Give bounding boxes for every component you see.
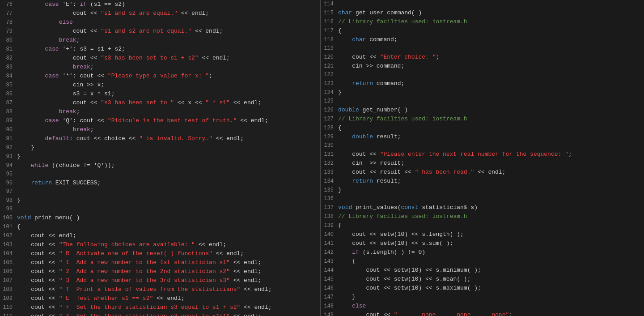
line-content: cout << "The following choices are avail… xyxy=(17,240,320,249)
code-line: 96 return EXIT_SUCCESS; xyxy=(0,179,320,188)
line-number: 111 xyxy=(0,312,17,316)
line-content: void print_menu( ) xyxy=(17,214,320,222)
line-content: void print_values(const statistician& s) xyxy=(338,203,644,212)
line-number: 110 xyxy=(0,303,17,312)
code-line: 86 s3 = x * s1; xyxy=(0,90,320,98)
line-content: { xyxy=(338,26,644,35)
line-content: // Library facilties used: iostream.h xyxy=(338,115,644,123)
line-number: 102 xyxy=(0,232,17,240)
code-line: 100void print_menu( ) xyxy=(0,214,320,222)
line-content: case 'Q': cout << "Ridicule is the best … xyxy=(17,116,320,125)
line-content: cout << "s1 and s2 are not equal." << en… xyxy=(17,27,320,35)
line-content: cout << "s3 has been set to " << x << " … xyxy=(17,98,320,107)
code-line: 111 cout << " * Set the third statistici… xyxy=(0,312,320,316)
line-content: while ((choice != 'Q')); xyxy=(17,161,320,170)
line-content: cout << endl; xyxy=(17,231,320,240)
line-content: double result; xyxy=(338,132,644,141)
line-number: 95 xyxy=(0,170,17,179)
line-number: 92 xyxy=(0,144,17,152)
code-line: 95 xyxy=(0,170,320,179)
code-line: 127// Library facilties used: iostream.h xyxy=(321,115,644,124)
line-content: { xyxy=(17,222,320,231)
code-line: 104 cout << " R Activate one of the rese… xyxy=(0,249,320,258)
code-line: 107 cout << " 3 Add a new number to the … xyxy=(0,276,320,285)
code-line: 85 cin >> x; xyxy=(0,81,320,90)
line-content: return EXIT_SUCCESS; xyxy=(17,179,320,187)
code-line: 144 cout << setw(10) << s.minimum( ); xyxy=(321,266,644,275)
code-line: 122 xyxy=(321,71,644,79)
line-number: 83 xyxy=(0,63,17,72)
line-content: break; xyxy=(17,107,320,116)
code-line: 121 cin >> command; xyxy=(321,62,644,71)
code-line: 88 break; xyxy=(0,107,320,116)
line-content: char get_user_command( ) xyxy=(338,9,644,17)
line-number: 88 xyxy=(0,108,17,116)
right-code-pane: 114115char get_user_command( )116// Libr… xyxy=(321,0,644,316)
line-number: 116 xyxy=(321,18,338,26)
code-line: 89 case 'Q': cout << "Ridicule is the be… xyxy=(0,116,320,125)
line-number: 114 xyxy=(321,0,338,9)
line-number: 117 xyxy=(321,27,338,35)
code-line: 114 xyxy=(321,0,644,9)
code-line: 145 cout << setw(10) << s.mean( ); xyxy=(321,275,644,284)
code-line: 78 else xyxy=(0,18,320,27)
left-code-container[interactable]: 76 case 'E': if (s1 == s2)77 cout << "s1… xyxy=(0,0,320,316)
line-number: 121 xyxy=(321,62,338,71)
line-content: return result; xyxy=(338,177,644,185)
code-line: 148 else xyxy=(321,302,644,311)
code-line: 108 cout << " T Print a table of values … xyxy=(0,285,320,294)
code-line: 123 return command; xyxy=(321,79,644,88)
line-content: cout << " R Activate one of the reset( )… xyxy=(17,249,320,258)
line-number: 135 xyxy=(321,186,338,195)
line-content: if (s.length( ) != 0) xyxy=(338,248,644,256)
line-number: 136 xyxy=(321,195,338,203)
code-line: 101{ xyxy=(0,222,320,231)
line-number: 80 xyxy=(0,36,17,45)
code-line: 146 cout << setw(10) << s.maximum( ); xyxy=(321,284,644,293)
code-line: 119 xyxy=(321,44,644,53)
left-code-pane: 76 case 'E': if (s1 == s2)77 cout << "s1… xyxy=(0,0,321,316)
code-line: 103 cout << "The following choices are a… xyxy=(0,240,320,249)
line-content: } xyxy=(338,88,644,97)
line-number: 87 xyxy=(0,99,17,107)
code-line: 99 xyxy=(0,205,320,214)
line-number: 93 xyxy=(0,153,17,161)
line-number: 107 xyxy=(0,277,17,285)
code-line: 140 cout << setw(10) << s.length( ); xyxy=(321,230,644,239)
line-content: cout << "s3 has been set to s1 + s2" << … xyxy=(17,54,320,62)
line-number: 134 xyxy=(321,177,338,186)
line-content: cout << " 2 Add a new number to the 2nd … xyxy=(17,267,320,276)
line-content: // Library facilties used: iostream.h xyxy=(338,17,644,26)
code-line: 83 break; xyxy=(0,63,320,72)
code-line: 102 cout << endl; xyxy=(0,231,320,240)
line-number: 142 xyxy=(321,248,338,257)
line-number: 96 xyxy=(0,179,17,188)
right-code-container[interactable]: 114115char get_user_command( )116// Libr… xyxy=(321,0,644,316)
line-number: 84 xyxy=(0,72,17,81)
code-line: 84 case '*': cout << "Please type a valu… xyxy=(0,72,320,81)
line-content: cout << " E Test whether s1 == s2" << en… xyxy=(17,294,320,303)
line-content: s3 = x * s1; xyxy=(17,90,320,98)
line-content: } xyxy=(17,152,320,161)
line-content: return command; xyxy=(338,79,644,88)
line-content: break; xyxy=(17,125,320,134)
line-number: 115 xyxy=(321,9,338,17)
line-number: 123 xyxy=(321,80,338,88)
line-number: 133 xyxy=(321,168,338,177)
code-line: 149 cout << " none none none"; xyxy=(321,311,644,316)
line-number: 108 xyxy=(0,286,17,294)
line-number: 103 xyxy=(0,241,17,249)
line-number: 145 xyxy=(321,275,338,284)
line-number: 118 xyxy=(321,36,338,44)
line-number: 99 xyxy=(0,205,17,214)
line-content: cout << " + Set the third statistician s… xyxy=(17,303,320,312)
code-line: 141 cout << setw(10) << s.sum( ); xyxy=(321,239,644,248)
code-line: 82 cout << "s3 has been set to s1 + s2" … xyxy=(0,54,320,63)
line-number: 98 xyxy=(0,196,17,205)
code-line: 80 break; xyxy=(0,36,320,45)
code-line: 87 cout << "s3 has been set to " << x <<… xyxy=(0,98,320,107)
code-line: 136 xyxy=(321,195,644,203)
line-number: 78 xyxy=(0,18,17,27)
line-number: 89 xyxy=(0,117,17,125)
line-content: break; xyxy=(17,63,320,71)
